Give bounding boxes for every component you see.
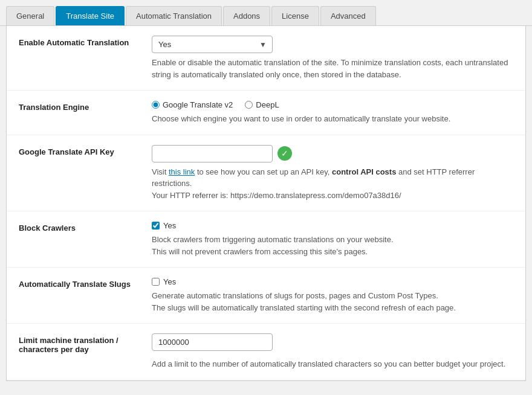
api-key-row: Google Translate API Key ✓ Visit this li…	[7, 135, 525, 212]
translation-engine-control: Google Translate v2 DeepL Choose which e…	[152, 100, 513, 125]
api-key-input-wrapper: ✓	[152, 145, 513, 162]
radio-deepl-input[interactable]	[245, 101, 253, 109]
api-key-input[interactable]	[152, 145, 273, 162]
translation-engine-row: Translation Engine Google Translate v2 D…	[7, 91, 525, 135]
block-crawlers-description: Block crawlers from triggering automatic…	[152, 234, 513, 257]
block-crawlers-control: Yes Block crawlers from triggering autom…	[152, 221, 513, 257]
auto-translate-slugs-row: Automatically Translate Slugs Yes Genera…	[7, 268, 525, 324]
tab-automatic-translation[interactable]: Automatic Translation	[126, 6, 222, 25]
settings-content: Enable Automatic Translation Yes No ▼ En…	[6, 26, 526, 381]
api-key-link[interactable]: this link	[169, 167, 195, 176]
limit-translation-control: Add a limit to the number of automatical…	[152, 333, 513, 370]
api-key-desc-bold: control API costs	[332, 167, 396, 176]
auto-translate-slugs-description: Generate automatic translations of slugs…	[152, 290, 513, 313]
block-crawlers-row: Block Crawlers Yes Block crawlers from t…	[7, 211, 525, 268]
api-key-referrer-value: https://demo.translatepress.com/demo07a3…	[230, 191, 401, 200]
radio-google-input[interactable]	[152, 101, 160, 109]
api-key-description: Visit this link to see how you can set u…	[152, 166, 513, 202]
radio-deepl[interactable]: DeepL	[245, 100, 279, 109]
limit-translation-input[interactable]	[152, 333, 273, 351]
tab-license[interactable]: License	[271, 6, 319, 25]
block-crawlers-label: Block Crawlers	[19, 221, 152, 233]
radio-google[interactable]: Google Translate v2	[152, 100, 233, 109]
enable-auto-translation-label: Enable Automatic Translation	[19, 36, 152, 47]
auto-translate-slugs-checkbox[interactable]	[152, 278, 160, 286]
translation-engine-label: Translation Engine	[19, 100, 152, 112]
tab-translate-site[interactable]: Translate Site	[56, 6, 125, 25]
radio-deepl-label: DeepL	[256, 100, 279, 109]
auto-translate-slugs-checkbox-text: Yes	[163, 277, 176, 286]
block-crawlers-desc2: This will not prevent crawlers from acce…	[152, 247, 368, 256]
api-key-control: ✓ Visit this link to see how you can set…	[152, 145, 513, 202]
api-key-label: Google Translate API Key	[19, 145, 152, 156]
auto-translate-slugs-desc1: Generate automatic translations of slugs…	[152, 291, 438, 300]
translation-engine-radio-group: Google Translate v2 DeepL	[152, 100, 513, 109]
tab-advanced[interactable]: Advanced	[320, 6, 376, 25]
enable-auto-translation-row: Enable Automatic Translation Yes No ▼ En…	[7, 26, 525, 91]
api-key-desc-before: Visit	[152, 167, 169, 176]
tabs-nav: General Translate Site Automatic Transla…	[0, 0, 532, 26]
tab-addons[interactable]: Addons	[223, 6, 270, 25]
radio-google-label: Google Translate v2	[163, 100, 233, 109]
enable-auto-translation-description: Enable or disable the automatic translat…	[152, 57, 513, 80]
block-crawlers-desc1: Block crawlers from triggering automatic…	[152, 235, 394, 244]
block-crawlers-checkbox-label[interactable]: Yes	[152, 221, 513, 230]
translation-engine-description: Choose which engine you want to use in o…	[152, 113, 513, 125]
api-key-desc-after: to see how you can set up an API key,	[195, 167, 332, 176]
enable-auto-translation-select-wrapper: Yes No ▼	[152, 36, 273, 53]
enable-auto-translation-control: Yes No ▼ Enable or disable the automatic…	[152, 36, 513, 80]
limit-translation-label: Limit machine translation / characters p…	[19, 333, 152, 354]
tab-general[interactable]: General	[6, 6, 54, 25]
block-crawlers-checkbox-text: Yes	[163, 221, 176, 230]
auto-translate-slugs-control: Yes Generate automatic translations of s…	[152, 277, 513, 313]
limit-translation-description: Add a limit to the number of automatical…	[152, 358, 513, 370]
limit-translation-label-line2: characters per day	[19, 345, 89, 354]
api-key-valid-icon: ✓	[277, 146, 292, 161]
enable-auto-translation-select[interactable]: Yes No	[152, 36, 273, 53]
auto-translate-slugs-desc2: The slugs will be automatically translat…	[152, 303, 456, 312]
api-key-referrer-label: Your HTTP referrer is:	[152, 191, 230, 200]
auto-translate-slugs-label: Automatically Translate Slugs	[19, 277, 152, 289]
auto-translate-slugs-checkbox-label[interactable]: Yes	[152, 277, 513, 286]
limit-translation-label-line1: Limit machine translation /	[19, 336, 118, 345]
block-crawlers-checkbox[interactable]	[152, 222, 160, 230]
limit-translation-row: Limit machine translation / characters p…	[7, 324, 525, 381]
